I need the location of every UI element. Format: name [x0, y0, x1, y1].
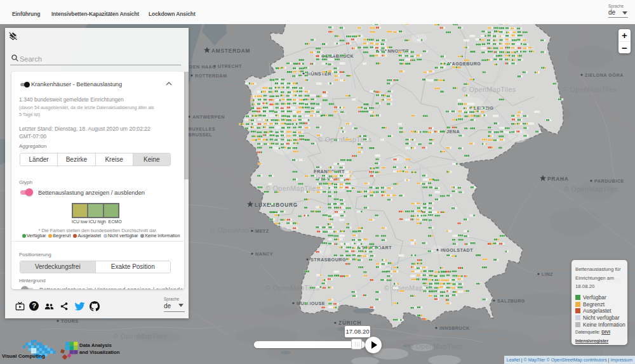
svg-text:ANTWERPEN: ANTWERPEN [192, 114, 225, 120]
svg-text:Visual Computing: Visual Computing [2, 353, 45, 359]
svg-text:INNSBRUCK: INNSBRUCK [439, 325, 470, 331]
svg-text:BRUXELLES: BRUXELLES [185, 126, 215, 132]
svg-text:© OpenMapTiles: © OpenMapTiles [265, 185, 320, 192]
svg-text:© OpenMapTiles: © OpenMapTiles [563, 86, 617, 93]
svg-text:MÜNSTER: MÜNSTER [307, 71, 331, 77]
svg-text:PRAHA: PRAHA [547, 176, 569, 182]
svg-text:PARDUBICE: PARDUBICE [594, 178, 624, 184]
svg-text:Data Analysis: Data Analysis [79, 342, 112, 348]
svg-text:LUXEMBOURG: LUXEMBOURG [255, 202, 298, 208]
svg-text:© OpenMapTiles: © OpenMapTiles [408, 342, 463, 350]
svg-text:UTRECHT: UTRECHT [218, 63, 242, 69]
svg-text:© OpenMapTiles: © OpenMapTiles [564, 185, 618, 193]
svg-text:ZIELONA GÓRA: ZIELONA GÓRA [585, 72, 624, 78]
svg-text:MULHOUSE: MULHOUSE [297, 301, 325, 306]
svg-text:ZÜRICH: ZÜRICH [338, 320, 361, 326]
svg-text:JENA: JENA [446, 129, 460, 134]
svg-text:© OpenMapTiles: © OpenMapTiles [462, 86, 516, 93]
svg-text:INGOLSTADT: INGOLSTADT [441, 247, 473, 253]
svg-text:- BRUSSEL: - BRUSSEL [185, 132, 212, 138]
svg-text:and Visualization: and Visualization [79, 349, 120, 355]
svg-text:LINZ: LINZ [542, 271, 553, 277]
svg-text:NANCY: NANCY [255, 251, 273, 257]
svg-text:DEN HAAG: DEN HAAG [189, 64, 216, 70]
svg-text:AMSTERDAM: AMSTERDAM [211, 48, 250, 54]
svg-text:METZ: METZ [255, 228, 269, 234]
svg-text:STRASBOURG: STRASBOURG [311, 257, 346, 263]
svg-text:SALZBURG: SALZBURG [497, 298, 525, 304]
svg-text:ROTTERDAM: ROTTERDAM [195, 73, 227, 79]
svg-text:MAGDEBURG: MAGDEBURG [448, 61, 481, 67]
